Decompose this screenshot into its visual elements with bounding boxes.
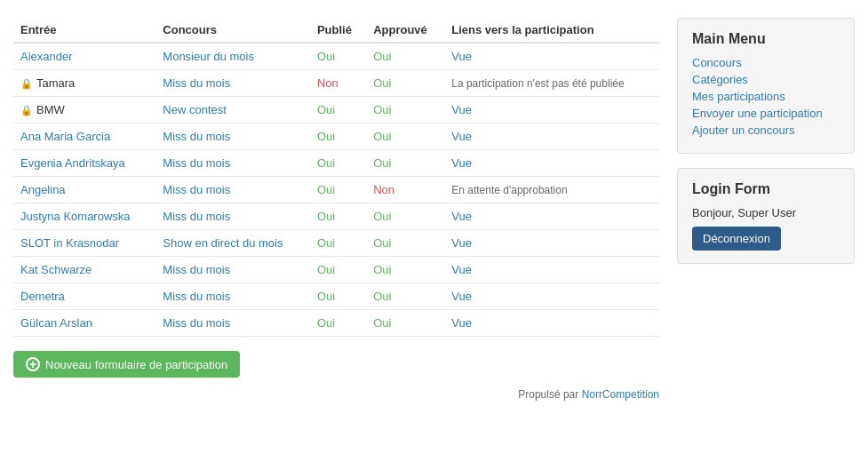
menu-item: Mes participations [692, 90, 840, 103]
cell-publie: Oui [310, 230, 366, 257]
table-row: Evgenia AndritskayaMiss du moisOuiOuiVue [13, 150, 659, 177]
cell-concours: Miss du mois [155, 177, 310, 203]
concours-link[interactable]: Monsieur du mois [163, 50, 254, 63]
cell-entree: Evgenia Andritskaya [13, 150, 155, 177]
cell-publie: Oui [310, 257, 366, 283]
concours-link[interactable]: Miss du mois [163, 263, 230, 276]
entree-link[interactable]: Alexander [20, 50, 73, 63]
liens-link[interactable]: Vue [451, 50, 472, 63]
menu-link[interactable]: Concours [692, 56, 742, 69]
concours-link[interactable]: Miss du mois [163, 76, 230, 90]
entree-link[interactable]: Kat Schwarze [20, 263, 92, 276]
cell-entree: Ana Maria Garcia [13, 123, 155, 150]
cell-publie: Oui [310, 43, 366, 70]
entree-link[interactable]: Ana Maria Garcia [20, 130, 110, 143]
cell-publie: Oui [310, 97, 366, 123]
cell-concours: Miss du mois [155, 123, 310, 150]
table-row: AngelinaMiss du moisOuiNonEn attente d'a… [13, 177, 659, 203]
liens-link[interactable]: Vue [451, 156, 472, 170]
liens-text: En attente d'approbation [451, 184, 567, 196]
add-participation-button[interactable]: + Nouveau formulaire de participation [13, 351, 240, 378]
liens-link[interactable]: Vue [451, 210, 472, 223]
cell-approuve: Oui [366, 43, 444, 70]
menu-item: Concours [692, 56, 840, 69]
lock-icon: 🔒 [20, 105, 33, 116]
cell-entree: Demetra [13, 283, 155, 310]
menu-link[interactable]: Mes participations [692, 90, 785, 103]
concours-link[interactable]: Miss du mois [163, 290, 230, 303]
menu-link[interactable]: Envoyer une participation [692, 107, 823, 120]
entree-link[interactable]: SLOT in Krasnodar [20, 236, 119, 250]
cell-entree: Angelina [13, 177, 155, 203]
participation-table: Entrée Concours Publié Approuvé Liens ve… [13, 18, 659, 337]
entree-link[interactable]: Evgenia Andritskaya [20, 156, 125, 170]
cell-approuve: Oui [366, 150, 444, 177]
cell-concours: Miss du mois [155, 203, 310, 230]
cell-concours: New contest [155, 97, 310, 123]
cell-entree: Kat Schwarze [13, 257, 155, 283]
cell-approuve: Oui [366, 123, 444, 150]
main-menu-box: Main Menu ConcoursCatégoriesMes particip… [677, 18, 855, 154]
menu-link[interactable]: Catégories [692, 73, 748, 86]
add-participation-label: Nouveau formulaire de participation [45, 358, 227, 371]
table-row: Kat SchwarzeMiss du moisOuiOuiVue [13, 257, 659, 283]
table-row: 🔒TamaraMiss du moisNonOuiLa participatio… [13, 70, 659, 97]
entree-link[interactable]: Gülcan Arslan [20, 316, 92, 330]
cell-approuve: Oui [366, 203, 444, 230]
concours-link[interactable]: Miss du mois [163, 183, 230, 196]
cell-approuve: Oui [366, 230, 444, 257]
concours-link[interactable]: New contest [163, 103, 227, 116]
cell-publie: Oui [310, 203, 366, 230]
concours-link[interactable]: Miss du mois [163, 316, 230, 330]
logout-button[interactable]: Déconnexion [692, 227, 781, 251]
main-menu-list: ConcoursCatégoriesMes participationsEnvo… [692, 56, 840, 137]
col-liens: Liens vers la participation [444, 18, 659, 43]
cell-entree: Gülcan Arslan [13, 310, 155, 337]
login-form-title: Login Form [692, 181, 840, 197]
cell-liens: Vue [444, 203, 659, 230]
liens-link[interactable]: Vue [451, 290, 472, 303]
col-approuve: Approuvé [366, 18, 444, 43]
brand-link[interactable]: NorrCompetition [582, 388, 659, 401]
entree-link[interactable]: Angelina [20, 183, 66, 196]
table-row: DemetraMiss du moisOuiOuiVue [13, 283, 659, 310]
cell-liens: Vue [444, 230, 659, 257]
cell-publie: Oui [310, 283, 366, 310]
table-row: Justyna KomarowskaMiss du moisOuiOuiVue [13, 203, 659, 230]
footer: Propulsé par NorrCompetition [13, 388, 659, 401]
cell-entree: Alexander [13, 43, 155, 70]
liens-link[interactable]: Vue [451, 316, 472, 330]
cell-concours: Miss du mois [155, 310, 310, 337]
sidebar: Main Menu ConcoursCatégoriesMes particip… [677, 18, 855, 401]
col-publie: Publié [310, 18, 366, 43]
cell-liens: Vue [444, 283, 659, 310]
entree-name: BMW [36, 103, 65, 116]
cell-publie: Oui [310, 123, 366, 150]
cell-concours: Monsieur du mois [155, 43, 310, 70]
cell-entree: 🔒Tamara [13, 70, 155, 97]
liens-link[interactable]: Vue [451, 103, 472, 116]
liens-text: La participation n'est pas été publiée [451, 77, 624, 90]
liens-link[interactable]: Vue [451, 236, 472, 250]
entree-link[interactable]: Demetra [20, 290, 65, 303]
concours-link[interactable]: Miss du mois [163, 130, 230, 143]
cell-liens: Vue [444, 43, 659, 70]
cell-liens: Vue [444, 97, 659, 123]
powered-by-text: Propulsé par [518, 388, 578, 401]
cell-approuve: Oui [366, 283, 444, 310]
concours-link[interactable]: Miss du mois [163, 156, 230, 170]
cell-liens: En attente d'approbation [444, 177, 659, 203]
menu-item: Ajouter un concours [692, 123, 840, 137]
cell-approuve: Oui [366, 97, 444, 123]
cell-liens: Vue [444, 310, 659, 337]
table-row: Gülcan ArslanMiss du moisOuiOuiVue [13, 310, 659, 337]
concours-link[interactable]: Show en direct du mois [163, 236, 283, 250]
menu-link[interactable]: Ajouter un concours [692, 123, 795, 137]
cell-entree: Justyna Komarowska [13, 203, 155, 230]
cell-liens: Vue [444, 123, 659, 150]
liens-link[interactable]: Vue [451, 130, 472, 143]
entree-link[interactable]: Justyna Komarowska [20, 210, 131, 223]
liens-link[interactable]: Vue [451, 263, 472, 276]
concours-link[interactable]: Miss du mois [163, 210, 230, 223]
cell-concours: Miss du mois [155, 257, 310, 283]
